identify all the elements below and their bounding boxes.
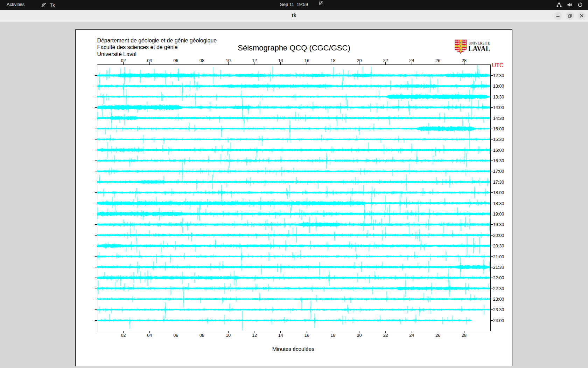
svg-text:Faculté des sciences et de gén: Faculté des sciences et de génie bbox=[97, 44, 178, 50]
svg-text:02: 02 bbox=[121, 58, 126, 63]
svg-text:15:00: 15:00 bbox=[493, 127, 504, 131]
svg-text:13:00: 13:00 bbox=[493, 84, 504, 89]
svg-text:16:30: 16:30 bbox=[493, 158, 504, 163]
svg-text:18: 18 bbox=[331, 58, 336, 63]
svg-text:Université Laval: Université Laval bbox=[97, 51, 136, 57]
svg-text:17:30: 17:30 bbox=[493, 180, 504, 185]
svg-text:Département de géologie et de: Département de géologie et de génie géol… bbox=[97, 38, 217, 43]
svg-text:Minutes écoulées: Minutes écoulées bbox=[272, 346, 314, 352]
svg-text:22: 22 bbox=[383, 333, 388, 338]
svg-text:17:00: 17:00 bbox=[493, 169, 504, 174]
svg-text:21:30: 21:30 bbox=[493, 265, 504, 270]
svg-text:19:30: 19:30 bbox=[493, 222, 504, 227]
svg-text:04: 04 bbox=[147, 58, 152, 63]
svg-text:10: 10 bbox=[226, 58, 231, 63]
svg-text:12: 12 bbox=[252, 58, 257, 63]
svg-text:18:30: 18:30 bbox=[493, 201, 504, 206]
svg-text:16: 16 bbox=[304, 333, 309, 338]
svg-text:Séismographe QCQ (CGC/GSC): Séismographe QCQ (CGC/GSC) bbox=[238, 43, 350, 52]
svg-text:19:00: 19:00 bbox=[493, 212, 504, 217]
svg-text:13:30: 13:30 bbox=[493, 95, 504, 100]
svg-text:20: 20 bbox=[357, 333, 362, 338]
svg-text:14:30: 14:30 bbox=[493, 116, 504, 121]
svg-text:06: 06 bbox=[173, 58, 178, 63]
svg-text:24: 24 bbox=[409, 333, 414, 338]
svg-text:24: 24 bbox=[409, 58, 414, 63]
svg-text:21:00: 21:00 bbox=[493, 254, 504, 259]
svg-text:22:30: 22:30 bbox=[493, 286, 504, 291]
svg-text:22:00: 22:00 bbox=[493, 275, 504, 280]
svg-text:16:00: 16:00 bbox=[493, 148, 504, 153]
svg-text:24:00: 24:00 bbox=[493, 318, 504, 323]
svg-text:20:30: 20:30 bbox=[493, 244, 504, 248]
svg-text:28: 28 bbox=[462, 333, 467, 338]
svg-text:LAVAL: LAVAL bbox=[468, 44, 490, 53]
svg-text:08: 08 bbox=[200, 58, 204, 63]
svg-text:08: 08 bbox=[200, 333, 204, 338]
svg-text:26: 26 bbox=[435, 333, 440, 338]
svg-text:26: 26 bbox=[435, 58, 440, 63]
svg-text:22: 22 bbox=[383, 58, 388, 63]
svg-text:28: 28 bbox=[462, 58, 467, 63]
svg-text:14: 14 bbox=[278, 333, 283, 338]
svg-text:18:00: 18:00 bbox=[493, 190, 504, 195]
svg-text:23:00: 23:00 bbox=[493, 297, 504, 302]
svg-text:10: 10 bbox=[226, 333, 231, 338]
svg-text:18: 18 bbox=[331, 333, 336, 338]
svg-text:12: 12 bbox=[252, 333, 257, 338]
svg-text:06: 06 bbox=[173, 333, 178, 338]
svg-text:15:30: 15:30 bbox=[493, 137, 504, 142]
svg-text:20:00: 20:00 bbox=[493, 233, 504, 238]
svg-text:14:00: 14:00 bbox=[493, 105, 504, 110]
svg-text:04: 04 bbox=[147, 333, 152, 338]
svg-text:12:30: 12:30 bbox=[493, 73, 504, 78]
svg-text:23:30: 23:30 bbox=[493, 307, 504, 312]
svg-text:14: 14 bbox=[278, 58, 283, 63]
svg-text:20: 20 bbox=[357, 58, 362, 63]
svg-text:16: 16 bbox=[304, 58, 309, 63]
svg-text:UTC: UTC bbox=[492, 62, 504, 68]
svg-text:02: 02 bbox=[121, 333, 126, 338]
